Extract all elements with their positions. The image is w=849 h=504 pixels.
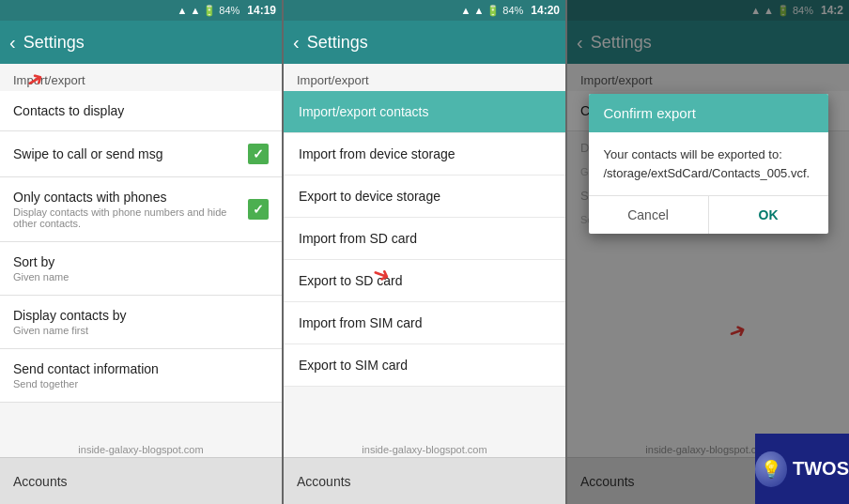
twos-label: TWOS — [793, 458, 849, 480]
signal-icon: ▲ — [190, 5, 200, 16]
accounts-label-1: Accounts — [13, 474, 68, 489]
confirm-export-dialog: Confirm export Your contacts will be exp… — [589, 94, 828, 234]
swipe-to-call-item[interactable]: Swipe to call or send msg — [0, 131, 282, 177]
battery-percent-1: 84% — [219, 5, 239, 16]
app-bar-1: ‹ Settings — [0, 21, 282, 64]
menu-item-export-sim[interactable]: Export to SIM card — [284, 344, 565, 387]
swipe-checkbox[interactable] — [248, 144, 269, 164]
import-export-menu: Import/export contacts Import from devic… — [284, 91, 565, 387]
battery-icon: 🔋 — [203, 5, 216, 17]
back-button-1[interactable]: ‹ — [9, 32, 16, 53]
menu-item-import-sim[interactable]: Import from SIM card — [284, 302, 565, 344]
dialog-title: Confirm export — [589, 94, 828, 132]
status-bar-2: ▲ ▲ 🔋 84% 14:20 — [284, 0, 565, 21]
accounts-bar-1[interactable]: Accounts — [0, 457, 282, 504]
dialog-body: Your contacts will be exported to: /stor… — [589, 132, 828, 195]
sort-by-item[interactable]: Sort by Given name — [0, 242, 282, 296]
time-2: 14:20 — [531, 4, 560, 17]
sort-by-title: Sort by — [13, 254, 269, 269]
menu-item-import-sd[interactable]: Import from SD card — [284, 218, 565, 260]
wifi-icon-2: ▲ — [460, 5, 471, 16]
section-label-2: Import/export — [284, 64, 565, 91]
send-contact-info-item[interactable]: Send contact information Send together — [0, 349, 282, 403]
panel-settings-3: ▲ ▲ 🔋 84% 14:2 ‹ Settings Import/export … — [567, 0, 849, 504]
dialog-ok-button[interactable]: OK — [708, 196, 828, 234]
display-contacts-by-sub: Given name first — [13, 325, 269, 336]
battery-icon-2: 🔋 — [486, 5, 500, 17]
only-contacts-checkbox[interactable] — [248, 199, 269, 220]
twos-globe-icon: 💡 — [755, 451, 787, 487]
content-1: Import/export Contacts to display Swipe … — [0, 64, 282, 457]
sort-by-sub: Given name — [13, 271, 269, 283]
confirm-export-overlay: Confirm export Your contacts will be exp… — [567, 0, 849, 504]
only-contacts-sub: Display contacts with phone numbers and … — [13, 206, 248, 229]
time-1: 14:19 — [247, 4, 276, 17]
battery-percent-2: 84% — [502, 5, 523, 16]
menu-item-export-sd[interactable]: Export to SD card — [284, 260, 565, 302]
accounts-label-2: Accounts — [297, 474, 351, 489]
dialog-cancel-button[interactable]: Cancel — [589, 196, 708, 234]
only-contacts-title: Only contacts with phones — [13, 190, 248, 205]
status-icons-1: ▲ ▲ 🔋 84% — [177, 5, 239, 17]
app-title-1: Settings — [23, 33, 85, 53]
wifi-icon: ▲ — [177, 5, 187, 16]
menu-item-import-device[interactable]: Import from device storage — [284, 133, 565, 176]
panel-settings-2: ▲ ▲ 🔋 84% 14:20 ‹ Settings Import/export… — [284, 0, 565, 504]
send-contact-info-sub: Send together — [13, 378, 269, 389]
signal-icon-2: ▲ — [473, 5, 484, 16]
app-title-2: Settings — [307, 33, 368, 53]
contacts-to-display-item[interactable]: Contacts to display — [0, 91, 282, 131]
content-2: Import/export Import/export contacts Imp… — [284, 64, 565, 457]
accounts-bar-2[interactable]: Accounts — [284, 457, 565, 504]
menu-item-import-export-contacts[interactable]: Import/export contacts — [284, 91, 565, 133]
status-icons-2: ▲ ▲ 🔋 84% — [460, 5, 523, 17]
send-contact-info-title: Send contact information — [13, 361, 269, 376]
display-contacts-by-title: Display contacts by — [13, 308, 269, 323]
back-button-2[interactable]: ‹ — [293, 32, 300, 53]
contacts-to-display-title: Contacts to display — [13, 103, 269, 118]
section-import-export-1: Import/export — [0, 64, 282, 91]
display-contacts-by-item[interactable]: Display contacts by Given name first — [0, 296, 282, 349]
status-bar-1: ▲ ▲ 🔋 84% 14:19 — [0, 0, 282, 21]
dialog-actions: Cancel OK — [589, 195, 828, 234]
panel-settings-1: ▲ ▲ 🔋 84% 14:19 ‹ Settings Import/export… — [0, 0, 282, 504]
app-bar-2: ‹ Settings — [284, 21, 565, 64]
twos-badge: 💡 TWOS — [755, 434, 849, 504]
swipe-to-call-title: Swipe to call or send msg — [13, 146, 248, 161]
menu-item-export-device[interactable]: Export to device storage — [284, 176, 565, 218]
only-contacts-phones-item[interactable]: Only contacts with phones Display contac… — [0, 177, 282, 242]
